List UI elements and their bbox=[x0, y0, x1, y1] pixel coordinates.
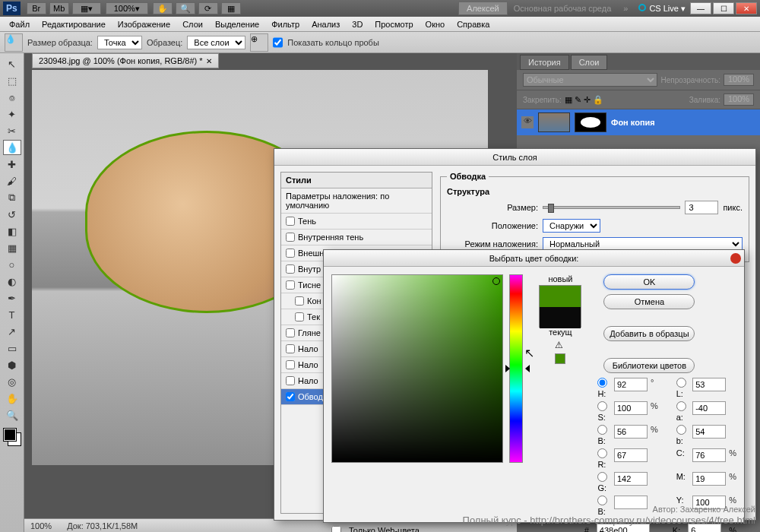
lasso-tool[interactable]: ⌾ bbox=[3, 90, 21, 105]
hue-slider[interactable] bbox=[509, 274, 523, 463]
menu-window[interactable]: Окно bbox=[420, 20, 451, 29]
menu-view[interactable]: Просмотр bbox=[369, 20, 419, 29]
style-item[interactable]: Внутренняя тень bbox=[281, 230, 432, 245]
tab-layers[interactable]: Слои bbox=[571, 55, 608, 70]
shape-tool[interactable]: ▭ bbox=[3, 340, 21, 356]
b-radio[interactable] bbox=[676, 425, 686, 435]
styles-header[interactable]: Стили bbox=[281, 173, 432, 188]
h-input[interactable] bbox=[614, 378, 648, 391]
tab-history[interactable]: История bbox=[520, 55, 569, 70]
blending-defaults[interactable]: Параметры наложения: по умолчанию bbox=[281, 188, 432, 214]
cp-close-icon[interactable] bbox=[730, 253, 741, 264]
workspace-menu[interactable]: Основная рабочая среда bbox=[508, 4, 618, 13]
sample-size-select[interactable]: Точка bbox=[97, 36, 142, 49]
minimize-button[interactable]: — bbox=[690, 2, 711, 14]
l-radio[interactable] bbox=[676, 378, 686, 388]
path-tool[interactable]: ↗ bbox=[3, 324, 21, 339]
cp-titlebar[interactable]: Выбрать цвет обводки: bbox=[324, 250, 744, 267]
websafe-warning-icon[interactable] bbox=[555, 353, 565, 364]
layer-mask[interactable] bbox=[575, 112, 606, 132]
menu-edit[interactable]: Редактирование bbox=[36, 20, 112, 29]
g-input[interactable] bbox=[614, 472, 648, 486]
opacity-value[interactable]: 100% bbox=[724, 74, 754, 86]
maximize-button[interactable]: ☐ bbox=[713, 2, 734, 14]
blend-mode-select[interactable]: Обычные bbox=[523, 73, 657, 87]
menu-analysis[interactable]: Анализ bbox=[306, 20, 346, 29]
cslive-button[interactable]: CS Live ▾ bbox=[634, 4, 690, 14]
3d-tool[interactable]: ⬢ bbox=[3, 357, 21, 372]
layer-name[interactable]: Фон копия bbox=[611, 118, 655, 127]
menu-file[interactable]: Файл bbox=[3, 20, 36, 29]
bch-input[interactable] bbox=[614, 496, 648, 509]
layer-row[interactable]: 👁 Фон копия bbox=[517, 109, 760, 135]
a-input[interactable] bbox=[692, 401, 726, 415]
s-input[interactable] bbox=[614, 401, 648, 415]
color-field[interactable] bbox=[331, 274, 503, 463]
g-radio[interactable] bbox=[597, 472, 607, 482]
zoom-menu[interactable]: 100% ▾ bbox=[106, 2, 148, 14]
layer-thumb[interactable] bbox=[538, 112, 570, 132]
ok-button[interactable]: OK bbox=[603, 274, 695, 290]
hand-button[interactable]: ✋ bbox=[153, 2, 173, 14]
dialog-titlebar[interactable]: Стиль слоя bbox=[274, 149, 755, 166]
gamut-warning-icon[interactable]: ⚠ bbox=[555, 340, 565, 350]
bch-radio[interactable] bbox=[597, 496, 607, 505]
bv-input[interactable] bbox=[614, 425, 648, 439]
zoom-tool[interactable]: 🔍 bbox=[3, 407, 21, 423]
eraser-tool[interactable]: ◧ bbox=[3, 223, 21, 239]
gradient-tool[interactable]: ▦ bbox=[3, 240, 21, 255]
eyedropper-tool[interactable]: 💧 bbox=[3, 140, 21, 155]
c-input[interactable] bbox=[692, 448, 726, 462]
heal-tool[interactable]: ✚ bbox=[3, 157, 21, 172]
color-swatch[interactable] bbox=[4, 429, 21, 445]
bv-radio[interactable] bbox=[597, 425, 607, 435]
blur-tool[interactable]: ○ bbox=[3, 257, 21, 272]
b-input[interactable] bbox=[692, 425, 726, 439]
sample-select[interactable]: Все слои bbox=[187, 36, 245, 49]
rotate-button[interactable]: ⟳ bbox=[198, 2, 218, 14]
add-swatch-button[interactable]: Добавить в образцы bbox=[603, 326, 695, 341]
history-tool[interactable]: ↺ bbox=[3, 207, 21, 222]
close-button[interactable]: ✕ bbox=[736, 2, 757, 14]
color-libraries-button[interactable]: Библиотеки цветов bbox=[603, 358, 695, 373]
brush-tool[interactable]: 🖌 bbox=[3, 173, 21, 188]
menu-3d[interactable]: 3D bbox=[346, 20, 369, 29]
a-radio[interactable] bbox=[676, 401, 686, 411]
size-input[interactable] bbox=[685, 201, 718, 214]
crop-tool[interactable]: ✂ bbox=[3, 123, 21, 138]
size-slider[interactable] bbox=[543, 206, 680, 209]
menu-help[interactable]: Справка bbox=[451, 20, 496, 29]
r-radio[interactable] bbox=[597, 448, 607, 458]
marquee-tool[interactable]: ⬚ bbox=[3, 73, 21, 88]
menu-filter[interactable]: Фильтр bbox=[265, 20, 306, 29]
type-tool[interactable]: T bbox=[3, 307, 21, 322]
pen-tool[interactable]: ✒ bbox=[3, 290, 21, 306]
y-input[interactable] bbox=[692, 496, 726, 509]
wand-tool[interactable]: ✦ bbox=[3, 106, 21, 122]
zoom-button[interactable]: 🔍 bbox=[176, 2, 195, 14]
l-input[interactable] bbox=[692, 378, 726, 391]
web-only-checkbox[interactable] bbox=[331, 526, 341, 533]
style-item[interactable]: Тень bbox=[281, 214, 432, 230]
visibility-icon[interactable]: 👁 bbox=[521, 116, 534, 128]
extras-button[interactable]: ▦ bbox=[221, 2, 241, 14]
r-input[interactable] bbox=[614, 448, 648, 462]
arrange-menu[interactable]: ▦▾ bbox=[72, 2, 101, 14]
menu-image[interactable]: Изображение bbox=[112, 20, 176, 29]
document-tab[interactable]: 230948.jpg @ 100% (Фон копия, RGB/8#) * … bbox=[32, 53, 219, 68]
sample-icon[interactable]: ⊕ bbox=[250, 33, 268, 52]
h-radio[interactable] bbox=[597, 378, 607, 388]
bridge-button[interactable]: Br bbox=[27, 2, 46, 14]
ring-checkbox[interactable] bbox=[273, 36, 283, 49]
3dcam-tool[interactable]: ◎ bbox=[3, 374, 21, 389]
position-select[interactable]: Снаружи bbox=[543, 219, 600, 233]
move-tool[interactable]: ↖ bbox=[3, 56, 21, 71]
lock-icons[interactable]: ▦ ✎ ✛ 🔒 bbox=[565, 95, 603, 105]
menu-layer[interactable]: Слои bbox=[176, 20, 209, 29]
minib-button[interactable]: Mb bbox=[49, 2, 69, 14]
fill-value[interactable]: 100% bbox=[724, 93, 754, 106]
menu-select[interactable]: Выделение bbox=[209, 20, 265, 29]
hex-input[interactable] bbox=[597, 524, 650, 532]
tab-close-icon[interactable]: ✕ bbox=[206, 57, 212, 65]
hand-tool[interactable]: ✋ bbox=[3, 391, 21, 406]
